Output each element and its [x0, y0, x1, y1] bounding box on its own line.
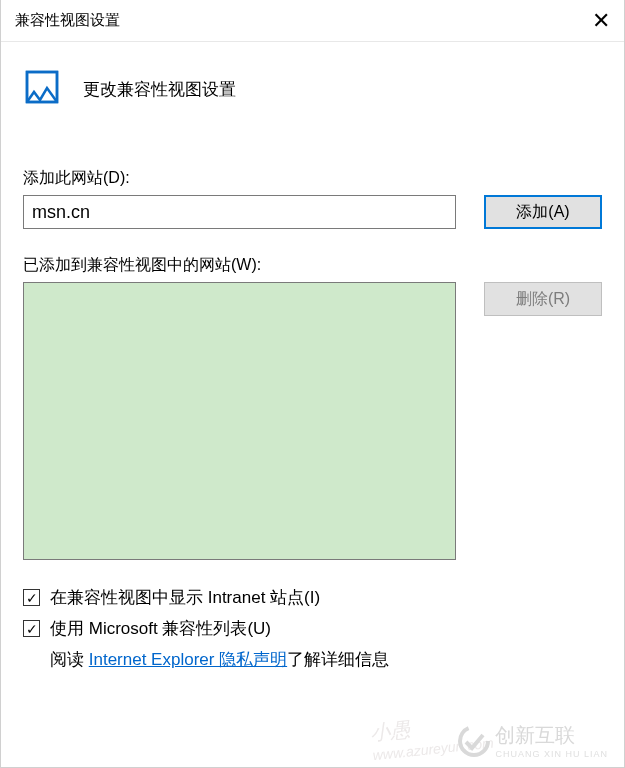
- privacy-prefix: 阅读: [50, 650, 89, 669]
- mslist-checkbox-row[interactable]: ✓ 使用 Microsoft 兼容性列表(U): [23, 617, 602, 640]
- header-row: 更改兼容性视图设置: [23, 70, 602, 108]
- privacy-suffix: 了解详细信息: [287, 650, 389, 669]
- dialog-content: 更改兼容性视图设置 添加此网站(D): 添加(A) 已添加到兼容性视图中的网站(…: [1, 42, 624, 767]
- intranet-checkbox-row[interactable]: ✓ 在兼容性视图中显示 Intranet 站点(I): [23, 586, 602, 609]
- dialog-title: 兼容性视图设置: [1, 11, 120, 30]
- watermark-cxhl: 创新互联 CHUANG XIN HU LIAN: [457, 722, 608, 759]
- check-icon: ✓: [26, 622, 38, 636]
- privacy-link[interactable]: Internet Explorer 隐私声明: [89, 650, 287, 669]
- svg-point-1: [460, 727, 488, 755]
- added-websites-listbox[interactable]: [23, 282, 456, 560]
- privacy-row: 阅读 Internet Explorer 隐私声明了解详细信息: [23, 648, 602, 671]
- close-button[interactable]: ✕: [578, 0, 624, 42]
- titlebar: 兼容性视图设置 ✕: [1, 0, 624, 42]
- add-button[interactable]: 添加(A): [484, 195, 602, 229]
- header-text: 更改兼容性视图设置: [83, 78, 236, 101]
- intranet-checkbox-label: 在兼容性视图中显示 Intranet 站点(I): [50, 586, 320, 609]
- remove-button: 删除(R): [484, 282, 602, 316]
- compatibility-view-settings-dialog: 兼容性视图设置 ✕ 更改兼容性视图设置 添加此网站(D): 添加(A: [0, 0, 625, 768]
- close-icon: ✕: [592, 8, 610, 34]
- mslist-checkbox-label: 使用 Microsoft 兼容性列表(U): [50, 617, 271, 640]
- watermark-azureyun: 小愚 www.azureyun.com: [369, 708, 494, 763]
- add-website-label: 添加此网站(D):: [23, 168, 602, 189]
- compatibility-view-icon: [23, 70, 61, 108]
- added-websites-label: 已添加到兼容性视图中的网站(W):: [23, 255, 602, 276]
- mslist-checkbox[interactable]: ✓: [23, 620, 40, 637]
- check-icon: ✓: [26, 591, 38, 605]
- add-website-input[interactable]: [23, 195, 456, 229]
- intranet-checkbox[interactable]: ✓: [23, 589, 40, 606]
